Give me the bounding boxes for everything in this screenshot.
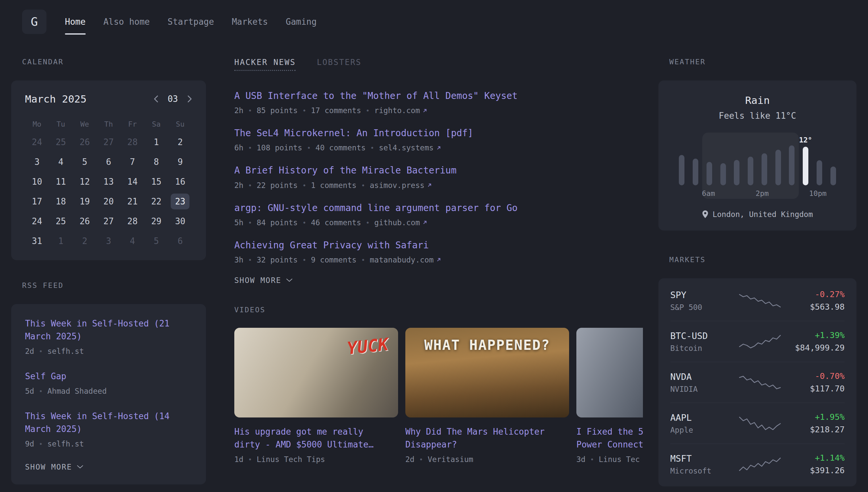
calendar-day[interactable]: 3 xyxy=(97,231,120,251)
calendar-day[interactable]: 18 xyxy=(49,192,73,212)
news-item-title[interactable]: Achieving Great Privacy with Safari xyxy=(234,239,643,252)
nav-tab-startpage[interactable]: Startpage xyxy=(168,0,214,43)
calendar-day[interactable]: 29 xyxy=(144,212,168,231)
calendar-day[interactable]: 31 xyxy=(25,231,49,251)
calendar-day[interactable]: 24 xyxy=(25,212,49,231)
calendar-day[interactable]: 30 xyxy=(168,212,192,231)
news-item-source-link[interactable]: sel4.systems xyxy=(379,144,441,152)
calendar-day[interactable]: 5 xyxy=(144,231,168,251)
video-thumbnail[interactable]: YUCK xyxy=(234,328,398,417)
market-row[interactable]: SPYS&P 500-0.27%$563.98 xyxy=(670,280,845,321)
calendar-day[interactable]: 19 xyxy=(73,192,97,212)
calendar-day-number: 1 xyxy=(58,236,63,246)
calendar-day[interactable]: 27 xyxy=(97,132,120,152)
market-row[interactable]: BTC-USDBitcoin+1.39%$84,999.29 xyxy=(670,321,845,362)
chevron-right-icon[interactable] xyxy=(187,95,192,103)
video-title[interactable]: I Fixed the 5 Power Connect xyxy=(576,425,643,451)
calendar-month-number: 03 xyxy=(168,94,178,104)
calendar-day[interactable]: 6 xyxy=(97,152,120,172)
video-thumbnail[interactable]: WHAT HAPPENED? xyxy=(405,328,569,417)
news-item-title[interactable]: argp: GNU-style command line argument pa… xyxy=(234,201,643,214)
news-item-title[interactable]: A USB Interface to the "Mother of All De… xyxy=(234,89,643,102)
show-more-label: SHOW MORE xyxy=(234,276,282,285)
rss-item-title[interactable]: Self Gap xyxy=(25,370,192,383)
calendar-day[interactable]: 4 xyxy=(121,231,144,251)
calendar-day[interactable]: 23 xyxy=(168,192,192,212)
calendar-day[interactable]: 6 xyxy=(168,231,192,251)
video-title[interactable]: Why Did The Mars Helicopter Disappear? xyxy=(405,425,569,451)
thumbnail-overlay-text: YUCK xyxy=(346,335,389,359)
market-change: +1.14% xyxy=(789,453,845,463)
calendar-nav: 03 xyxy=(154,94,192,104)
calendar-day[interactable]: 24 xyxy=(25,132,49,152)
weather-widget: Rain Feels like 11°C 12° 6am2pm10pm Lond… xyxy=(658,80,857,230)
news-item-title[interactable]: A Brief History of the Miracle Bacterium xyxy=(234,164,643,177)
news-item-source-link[interactable]: matanabudy.com xyxy=(370,255,441,264)
nav-tab-gaming[interactable]: Gaming xyxy=(286,0,317,43)
market-row[interactable]: AAPLApple+1.95%$218.27 xyxy=(670,403,845,444)
nav-tab-home[interactable]: Home xyxy=(65,0,86,43)
calendar-day-number: 4 xyxy=(58,157,63,167)
tab-hacker-news[interactable]: HACKER NEWS xyxy=(234,58,296,71)
calendar-day[interactable]: 25 xyxy=(49,132,73,152)
calendar-day-number: 19 xyxy=(79,197,89,206)
tab-lobsters[interactable]: LOBSTERS xyxy=(317,58,362,67)
calendar-day[interactable]: 4 xyxy=(49,152,73,172)
calendar-day[interactable]: 11 xyxy=(49,172,73,192)
calendar-day[interactable]: 27 xyxy=(97,212,120,231)
calendar-day[interactable]: 1 xyxy=(144,132,168,152)
weather-bar xyxy=(762,153,767,185)
video-title[interactable]: His upgrade got me really dirty - AMD $5… xyxy=(234,425,398,451)
calendar-day[interactable]: 25 xyxy=(49,212,73,231)
calendar-month-title: March 2025 xyxy=(25,93,87,105)
calendar-day[interactable]: 2 xyxy=(168,132,192,152)
separator-dot: • xyxy=(248,219,252,226)
weather-bar-slot xyxy=(813,136,826,185)
calendar-day[interactable]: 8 xyxy=(144,152,168,172)
news-item: argp: GNU-style command line argument pa… xyxy=(234,201,643,227)
calendar-day[interactable]: 9 xyxy=(168,152,192,172)
video-thumbnail[interactable] xyxy=(576,328,643,417)
news-item-source-link[interactable]: righto.com xyxy=(374,106,427,115)
calendar-day[interactable]: 26 xyxy=(73,212,97,231)
rss-item-title[interactable]: This Week in Self-Hosted (21 March 2025) xyxy=(25,317,192,343)
calendar-day[interactable]: 5 xyxy=(73,152,97,172)
calendar-day[interactable]: 15 xyxy=(144,172,168,192)
calendar-day-number: 22 xyxy=(151,197,161,206)
chevron-left-icon[interactable] xyxy=(154,95,158,103)
news-item-title[interactable]: The SeL4 Microkernel: An Introduction [p… xyxy=(234,127,643,140)
calendar-day[interactable]: 1 xyxy=(49,231,73,251)
calendar-day[interactable]: 3 xyxy=(25,152,49,172)
rss-show-more-button[interactable]: SHOW MORE xyxy=(25,463,192,471)
news-item-source-link[interactable]: github.com xyxy=(374,218,427,227)
calendar-day[interactable]: 26 xyxy=(73,132,97,152)
market-left: SPYS&P 500 xyxy=(670,290,731,312)
calendar-day[interactable]: 20 xyxy=(97,192,120,212)
calendar-day-number: 13 xyxy=(103,177,114,187)
news-show-more-button[interactable]: SHOW MORE xyxy=(234,276,643,285)
nav-tab-also-home[interactable]: Also home xyxy=(103,0,150,43)
calendar-day[interactable]: 17 xyxy=(25,192,49,212)
calendar-day[interactable]: 14 xyxy=(121,172,144,192)
calendar-day[interactable]: 12 xyxy=(73,172,97,192)
news-item-source-link[interactable]: asimov.press xyxy=(370,181,432,190)
market-change: -0.70% xyxy=(789,371,845,381)
sparkline-chart xyxy=(738,335,781,349)
calendar-day[interactable]: 28 xyxy=(121,132,144,152)
calendar-day[interactable]: 7 xyxy=(121,152,144,172)
calendar-day[interactable]: 16 xyxy=(168,172,192,192)
calendar-day[interactable]: 13 xyxy=(97,172,120,192)
calendar-day[interactable]: 28 xyxy=(121,212,144,231)
calendar-day[interactable]: 10 xyxy=(25,172,49,192)
calendar-day[interactable]: 21 xyxy=(121,192,144,212)
item-meta: 1d•Linus Tech Tips xyxy=(234,455,398,464)
rss-item-title[interactable]: This Week in Self-Hosted (14 March 2025) xyxy=(25,410,192,436)
market-row[interactable]: MSFTMicrosoft+1.14%$391.26 xyxy=(670,444,845,485)
app-logo[interactable]: G xyxy=(22,9,47,34)
nav-tab-markets[interactable]: Markets xyxy=(232,0,268,43)
calendar-day[interactable]: 22 xyxy=(144,192,168,212)
sparkline-chart xyxy=(738,416,781,430)
market-row[interactable]: NVDANVIDIA-0.70%$117.70 xyxy=(670,362,845,403)
calendar-day[interactable]: 2 xyxy=(73,231,97,251)
item-age: 5h xyxy=(234,218,243,227)
